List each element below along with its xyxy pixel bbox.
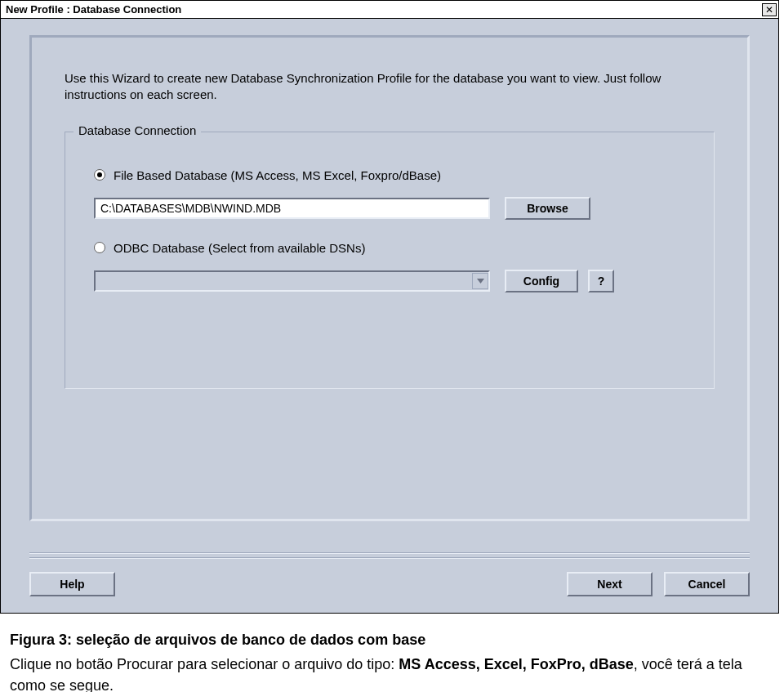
browse-button[interactable]: Browse [505,197,590,220]
figure-caption-block: Figura 3: seleção de arquivos de banco d… [0,614,784,692]
figure-caption-title: Figura 3: seleção de arquivos de banco d… [10,632,774,649]
group-title: Database Connection [74,123,201,137]
odbc-radio[interactable] [94,242,105,253]
cancel-button-label: Cancel [688,578,726,591]
client-area: Use this Wizard to create new Database S… [1,19,778,538]
config-button-label: Config [523,275,559,288]
help-question-button[interactable]: ? [588,270,614,292]
dialog-window: New Profile : Database Connection ✕ Use … [0,0,779,614]
window-title: New Profile : Database Connection [6,3,181,16]
next-button-label: Next [597,578,621,591]
caption-strong: MS Access, Excel, FoxPro, dBase [399,656,633,672]
chevron-down-icon[interactable] [472,273,488,289]
file-based-radio-label: File Based Database (MS Access, MS Excel… [114,168,441,182]
caption-prefix: Clique no botão Procurar para selecionar… [10,656,399,672]
help-button-label: Help [60,578,84,591]
odbc-dsn-row: Config ? [94,270,685,292]
file-based-radio-row[interactable]: File Based Database (MS Access, MS Excel… [94,168,685,182]
odbc-radio-row[interactable]: ODBC Database (Select from available DSN… [94,241,685,255]
odbc-button-row: Config ? [505,270,614,292]
figure-caption-body: Clique no botão Procurar para selecionar… [10,654,774,692]
wizard-intro-text: Use this Wizard to create new Database S… [65,70,715,104]
close-button[interactable]: ✕ [762,3,777,16]
file-path-input[interactable] [94,198,490,219]
titlebar[interactable]: New Profile : Database Connection ✕ [1,1,778,19]
footer-button-bar: Help Next Cancel [1,559,778,613]
cancel-button[interactable]: Cancel [664,572,750,596]
config-button[interactable]: Config [505,270,578,292]
file-based-radio[interactable] [94,169,105,181]
help-question-label: ? [598,275,605,288]
database-connection-group: Database Connection File Based Database … [65,132,715,389]
divider-line [29,552,750,554]
close-icon: ✕ [765,5,773,15]
footer-right-group: Next Cancel [567,572,750,596]
odbc-dsn-dropdown[interactable] [94,270,490,292]
odbc-radio-label: ODBC Database (Select from available DSN… [114,241,365,255]
next-button[interactable]: Next [567,572,653,596]
file-path-row: Browse [94,197,685,220]
odbc-section: ODBC Database (Select from available DSN… [94,241,685,292]
wizard-panel: Use this Wizard to create new Database S… [29,35,750,521]
help-button[interactable]: Help [29,572,115,596]
browse-button-label: Browse [527,202,568,215]
